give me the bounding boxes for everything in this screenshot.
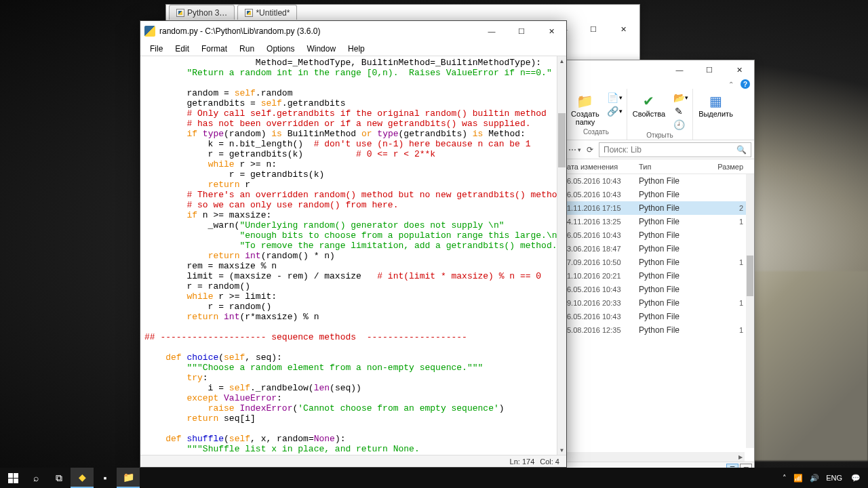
- column-headers[interactable]: ата изменения Тип Размер: [566, 159, 754, 174]
- group-label: Открыть: [646, 131, 673, 140]
- file-row[interactable]: 6.05.2016 10:43Python File: [566, 283, 754, 296]
- new-item-icon: 📄: [608, 92, 618, 103]
- menu-bar: FileEditFormatRunOptionsWindowHelp: [140, 41, 566, 56]
- titlebar[interactable]: random.py - C:\Python\Lib\random.py (3.6…: [140, 21, 566, 41]
- link-icon: 🔗: [608, 106, 618, 117]
- scrollbar-thumb[interactable]: [558, 113, 566, 167]
- edit-icon: ✎: [673, 106, 684, 117]
- notifications-icon[interactable]: 💬: [849, 471, 863, 485]
- ribbon-group-create: 📁 Создать папку 📄▾ 🔗▾ Создать: [566, 89, 627, 140]
- file-row[interactable]: 1.11.2016 17:15Python File2: [566, 201, 754, 215]
- titlebar[interactable]: — ☐ ✕: [566, 60, 754, 79]
- breadcrumb-dropdown[interactable]: ⋯▾: [568, 145, 581, 155]
- file-row[interactable]: 6.05.2016 10:43Python File: [566, 228, 754, 242]
- new-folder-button[interactable]: 📁 Создать папку: [567, 92, 604, 127]
- scroll-down-icon[interactable]: ▼: [557, 445, 566, 455]
- button-label: Свойства: [633, 110, 665, 118]
- col-type-header[interactable]: Тип: [639, 163, 709, 171]
- edit-button[interactable]: ✎: [671, 105, 691, 117]
- file-row[interactable]: 5.08.2016 12:35Python File1: [566, 323, 754, 337]
- tab-strip: Python 3… *Untitled*: [166, 5, 639, 20]
- scrollbar-thumb[interactable]: [747, 256, 753, 296]
- file-row[interactable]: 7.09.2016 10:50Python File1: [566, 256, 754, 269]
- menu-options[interactable]: Options: [261, 43, 300, 55]
- history-icon: 🕘: [673, 119, 684, 130]
- tab-label: Python 3…: [187, 8, 227, 18]
- button-label: Выделить: [698, 110, 733, 118]
- file-row[interactable]: 1.10.2016 20:21Python File: [566, 269, 754, 283]
- vertical-scrollbar[interactable]: ▲ ▼: [557, 56, 566, 455]
- file-list[interactable]: ата изменения Тип Размер 6.05.2016 10:43…: [566, 159, 754, 462]
- python-icon: [245, 9, 253, 17]
- python-icon: [144, 26, 155, 37]
- search-button[interactable]: ⌕: [24, 468, 47, 488]
- code-text[interactable]: Method=_MethodType, BuiltinMethod=_Built…: [140, 56, 566, 455]
- refresh-button[interactable]: ⟳: [584, 145, 596, 155]
- search-placeholder: Поиск: Lib: [604, 145, 642, 155]
- menu-file[interactable]: File: [144, 43, 168, 55]
- language-indicator[interactable]: ENG: [826, 474, 842, 482]
- tab-label: *Untitled*: [256, 8, 290, 18]
- vertical-scrollbar[interactable]: [746, 174, 754, 448]
- taskbar-app-cmd[interactable]: ▪: [94, 468, 117, 488]
- scroll-up-icon[interactable]: ▲: [557, 56, 566, 66]
- col-date-header[interactable]: ата изменения: [567, 163, 639, 171]
- menu-edit[interactable]: Edit: [170, 43, 195, 55]
- start-button[interactable]: [1, 468, 24, 488]
- status-col: Col: 4: [540, 458, 559, 466]
- ribbon: 📁 Создать папку 📄▾ 🔗▾ Создать ✔ Свойства…: [566, 89, 754, 140]
- code-editor[interactable]: Method=_MethodType, BuiltinMethod=_Built…: [140, 56, 566, 455]
- search-icon: 🔍: [736, 145, 747, 155]
- close-button[interactable]: ✕: [536, 21, 566, 41]
- menu-window[interactable]: Window: [301, 43, 341, 55]
- menu-run[interactable]: Run: [234, 43, 260, 55]
- ribbon-collapse-strip: ⌃ ?: [566, 79, 754, 89]
- system-tray[interactable]: ˄ 📶 🔊 ENG 💬: [778, 471, 867, 485]
- task-view-button[interactable]: ⧉: [47, 468, 71, 488]
- menu-help[interactable]: Help: [342, 43, 370, 55]
- close-button[interactable]: ✕: [608, 20, 638, 39]
- file-explorer-window[interactable]: — ☐ ✕ ⌃ ? 📁 Создать папку 📄▾ 🔗▾ Создать: [565, 60, 755, 476]
- tab-untitled[interactable]: *Untitled*: [237, 5, 297, 20]
- file-row[interactable]: 6.05.2016 10:43Python File: [566, 310, 754, 323]
- group-label: Создать: [583, 127, 609, 136]
- maximize-button[interactable]: ☐: [507, 21, 536, 41]
- easy-access-button[interactable]: 🔗▾: [605, 105, 625, 117]
- file-row[interactable]: 4.11.2016 13:25Python File1: [566, 215, 754, 228]
- close-button[interactable]: ✕: [724, 60, 754, 79]
- history-button[interactable]: 🕘: [671, 119, 691, 131]
- menu-format[interactable]: Format: [196, 43, 233, 55]
- new-item-button[interactable]: 📄▾: [605, 92, 625, 104]
- tab-python-shell[interactable]: Python 3…: [169, 5, 235, 20]
- maximize-button[interactable]: ☐: [578, 20, 608, 39]
- chevron-up-icon[interactable]: ⌃: [728, 81, 734, 88]
- taskbar-app-idle[interactable]: ◆: [71, 468, 94, 488]
- network-icon[interactable]: 📶: [793, 474, 803, 483]
- button-label: Создать папку: [571, 110, 599, 126]
- col-size-header[interactable]: Размер: [709, 163, 754, 171]
- file-row[interactable]: 9.10.2016 20:33Python File1: [566, 296, 754, 310]
- check-icon: ✔: [639, 93, 658, 109]
- open-icon: 📂: [673, 92, 684, 103]
- open-button[interactable]: 📂▾: [671, 92, 691, 104]
- horizontal-scrollbar[interactable]: [566, 452, 745, 462]
- file-row[interactable]: 6.05.2016 10:43Python File: [566, 188, 754, 201]
- taskbar-app-explorer[interactable]: 📁: [117, 468, 140, 488]
- python-icon: [176, 9, 184, 17]
- window-title: random.py - C:\Python\Lib\random.py (3.6…: [159, 26, 477, 36]
- idle-editor-window[interactable]: random.py - C:\Python\Lib\random.py (3.6…: [140, 20, 567, 468]
- tray-chevron-icon[interactable]: ˄: [783, 474, 787, 483]
- file-row[interactable]: 6.05.2016 10:43Python File: [566, 174, 754, 188]
- properties-button[interactable]: ✔ Свойства: [629, 92, 669, 131]
- minimize-button[interactable]: —: [477, 21, 507, 41]
- minimize-button[interactable]: —: [665, 60, 694, 79]
- status-line: Ln: 174: [510, 458, 535, 466]
- search-input[interactable]: Поиск: Lib 🔍: [599, 142, 751, 157]
- select-button[interactable]: ▦ Выделить: [694, 92, 737, 119]
- file-row[interactable]: 3.06.2016 18:47Python File: [566, 242, 754, 256]
- volume-icon[interactable]: 🔊: [810, 474, 819, 483]
- maximize-button[interactable]: ☐: [694, 60, 724, 79]
- ribbon-group-open: ✔ Свойства 📂▾ ✎ 🕘 Открыть: [627, 89, 693, 140]
- taskbar[interactable]: ⌕ ⧉ ◆ ▪ 📁 ˄ 📶 🔊 ENG 💬: [0, 468, 868, 488]
- help-icon[interactable]: ?: [741, 79, 750, 89]
